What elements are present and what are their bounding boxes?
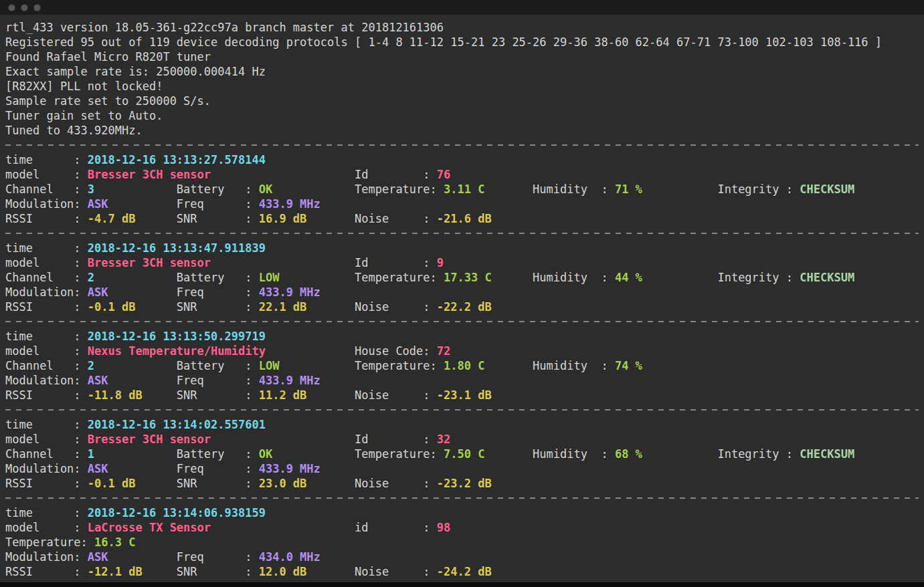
field-label: Modulation: — [5, 461, 81, 476]
field-label: model : — [5, 167, 81, 182]
field-label: Battery : — [177, 270, 252, 285]
record-line: RSSI :-0.1 dBSNR :22.1 dBNoise :-22.2 dB — [5, 300, 924, 314]
field-value: 71 % — [615, 182, 642, 197]
field-label: model : — [5, 344, 81, 358]
field-value: ASK — [88, 373, 108, 388]
field-value: 1.80 C — [444, 358, 484, 373]
field-label: Temperature: — [5, 535, 88, 550]
field-value: LOW — [259, 358, 280, 373]
field-label: id : — [355, 520, 430, 535]
log-line: Found Rafael Micro R820T tuner — [5, 49, 924, 64]
field-label: Registered 95 out of 119 device decoding… — [5, 35, 882, 49]
field-label: Freq : — [177, 197, 252, 211]
field-label: Noise : — [355, 388, 430, 402]
field-label: Temperature: — [355, 447, 437, 461]
record-line: Channel :2Battery :LOWTemperature:1.80 C… — [5, 358, 924, 373]
record-line: RSSI :-11.8 dBSNR :11.2 dBNoise :-23.1 d… — [5, 388, 924, 402]
field-label: Humidity : — [533, 270, 608, 285]
field-label: Modulation: — [5, 550, 81, 564]
field-label: model : — [5, 255, 81, 270]
field-value: 1 — [88, 447, 94, 461]
field-value: 74 % — [615, 358, 642, 373]
log-line: rtl_433 version 18.05-361-g22cc97a branc… — [5, 20, 924, 35]
field-label: Id : — [355, 432, 430, 447]
record-line: RSSI :-0.1 dBSNR :23.0 dBNoise :-23.2 dB — [5, 476, 924, 491]
field-label: Modulation: — [5, 373, 81, 388]
field-label: Humidity : — [533, 358, 608, 373]
field-label: time : — [5, 152, 81, 167]
field-value: -21.6 dB — [437, 211, 492, 226]
field-value: LaCrosse TX Sensor — [88, 520, 211, 535]
field-label: Exact sample rate is: 250000.000414 Hz — [5, 64, 266, 79]
record-separator — [5, 497, 919, 499]
field-label: Humidity : — [533, 447, 608, 461]
field-label: RSSI : — [5, 388, 81, 402]
field-value: 2018-12-16 13:13:50.299719 — [88, 329, 266, 344]
field-value: 2018-12-16 13:13:27.578144 — [88, 152, 266, 167]
record-line: Channel :3Battery :OKTemperature:3.11 CH… — [5, 182, 924, 197]
record-line: Channel :1Battery :OKTemperature:7.50 CH… — [5, 447, 924, 461]
field-label: Integrity : — [717, 270, 793, 285]
field-value: 44 % — [615, 270, 642, 285]
record-line: time :2018-12-16 13:13:47.911839 — [5, 241, 924, 255]
field-value: -24.2 dB — [437, 564, 492, 579]
field-label: SNR : — [177, 388, 252, 402]
field-label: Battery : — [177, 182, 252, 197]
window-bottom-edge — [0, 582, 924, 587]
field-value: 23.0 dB — [259, 476, 307, 491]
field-value: 433.9 MHz — [259, 461, 320, 476]
field-label: Noise : — [355, 476, 430, 491]
field-value: -0.1 dB — [88, 476, 136, 491]
field-label: model : — [5, 432, 81, 447]
field-value: 12.0 dB — [259, 564, 307, 579]
record-line: time :2018-12-16 13:13:27.578144 — [5, 152, 924, 167]
record-separator — [5, 321, 919, 322]
field-value: -22.2 dB — [437, 300, 492, 314]
field-value: OK — [259, 447, 272, 461]
field-label: Modulation: — [5, 285, 81, 300]
field-label: RSSI : — [5, 564, 81, 579]
field-value: 68 % — [615, 447, 642, 461]
record-line: model :Nexus Temperature/HumidityHouse C… — [5, 344, 924, 358]
field-value: CHECKSUM — [800, 270, 854, 285]
field-value: 22.1 dB — [259, 300, 307, 314]
field-value: 2 — [88, 270, 94, 285]
field-label: Id : — [355, 167, 430, 182]
record-line: time :2018-12-16 13:14:06.938159 — [5, 505, 924, 520]
log-line: Sample rate set to 250000 S/s. — [5, 94, 924, 108]
field-value: Bresser 3CH sensor — [88, 167, 211, 182]
field-value: CHECKSUM — [800, 182, 854, 197]
field-value: 3 — [88, 182, 94, 197]
field-label: Sample rate set to 250000 S/s. — [5, 94, 211, 108]
field-label: time : — [5, 417, 81, 432]
field-label: Temperature: — [355, 182, 437, 197]
record-line: RSSI :-4.7 dBSNR :16.9 dBNoise :-21.6 dB — [5, 211, 924, 226]
field-label: Channel : — [5, 358, 81, 373]
field-label: Noise : — [355, 300, 430, 314]
field-value: -0.1 dB — [88, 300, 136, 314]
field-label: Id : — [355, 255, 430, 270]
field-value: -23.1 dB — [437, 388, 492, 402]
field-label: time : — [5, 329, 81, 344]
log-line: Registered 95 out of 119 device decoding… — [5, 35, 924, 49]
field-value: Bresser 3CH sensor — [88, 255, 211, 270]
field-label: Tuner gain set to Auto. — [5, 108, 163, 123]
zoom-button[interactable] — [33, 4, 41, 11]
terminal-window: rtl_433 version 18.05-361-g22cc97a branc… — [0, 0, 924, 587]
close-button[interactable] — [8, 4, 15, 11]
field-label: Tuned to 433.920MHz. — [5, 123, 143, 138]
field-value: 3.11 C — [444, 182, 484, 197]
record-line: Modulation:ASKFreq :434.0 MHz — [5, 550, 924, 564]
log-line: Tuned to 433.920MHz. — [5, 123, 924, 138]
field-label: RSSI : — [5, 476, 81, 491]
field-label: Humidity : — [533, 182, 608, 197]
field-label: Integrity : — [717, 182, 793, 197]
field-label: model : — [5, 520, 81, 535]
field-label: Temperature: — [355, 358, 437, 373]
record-line: model :Bresser 3CH sensorId :76 — [5, 167, 924, 182]
field-value: 7.50 C — [444, 447, 484, 461]
minimize-button[interactable] — [21, 4, 28, 11]
terminal-output: rtl_433 version 18.05-361-g22cc97a branc… — [0, 15, 924, 579]
field-value: ASK — [88, 285, 108, 300]
field-value: ASK — [88, 461, 108, 476]
